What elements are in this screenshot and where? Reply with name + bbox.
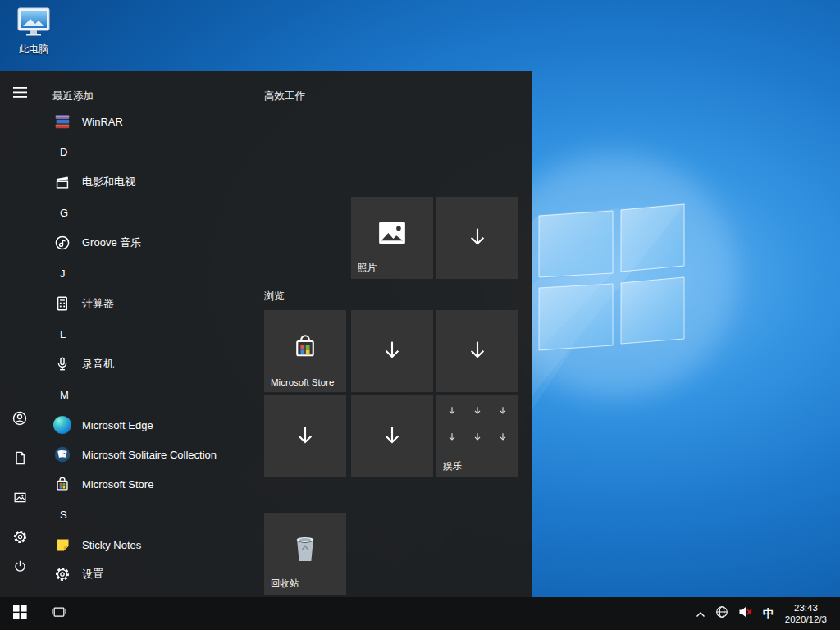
tile-downloading-4[interactable] bbox=[264, 395, 346, 477]
download-arrow-icon bbox=[463, 337, 491, 365]
calculator-icon bbox=[52, 294, 72, 313]
this-pc-icon bbox=[16, 7, 51, 41]
app-item-sticky-notes[interactable]: Sticky Notes bbox=[39, 530, 256, 559]
section-letter: L bbox=[60, 328, 66, 340]
photos-icon bbox=[378, 221, 406, 244]
power-icon bbox=[12, 559, 28, 578]
start-button[interactable] bbox=[0, 597, 39, 630]
section-letter: J bbox=[60, 267, 66, 280]
groove-music-icon bbox=[52, 233, 72, 253]
tile-downloading-5[interactable] bbox=[351, 395, 433, 477]
windows-logo-icon bbox=[13, 605, 27, 623]
ime-indicator[interactable]: 中 bbox=[758, 597, 778, 630]
app-item-calculator[interactable]: 计算器 bbox=[39, 289, 256, 318]
app-item-winrar[interactable]: WinRAR bbox=[39, 107, 256, 136]
download-arrow-icon bbox=[291, 422, 319, 450]
download-arrow-icon bbox=[378, 422, 406, 450]
network-status-button[interactable] bbox=[710, 597, 733, 630]
app-section-w[interactable]: W bbox=[39, 589, 256, 597]
documents-button[interactable] bbox=[0, 441, 39, 477]
desktop-icon-label: 此电脑 bbox=[19, 43, 48, 57]
app-item-label: Microsoft Solitaire Collection bbox=[82, 449, 217, 461]
tile-downloading-1[interactable] bbox=[436, 197, 518, 279]
tile-label: 回收站 bbox=[271, 578, 299, 590]
show-hidden-icons-button[interactable] bbox=[691, 597, 710, 630]
app-item-microsoft-edge[interactable]: Microsoft Edge bbox=[39, 410, 256, 440]
taskbar-clock[interactable]: 23:43 2020/12/3 bbox=[778, 597, 833, 630]
app-section-m[interactable]: M bbox=[39, 379, 256, 410]
download-arrow-icon bbox=[497, 431, 509, 443]
sticky-notes-icon bbox=[52, 535, 72, 555]
clock-time: 23:43 bbox=[794, 602, 818, 614]
tile-label: Microsoft Store bbox=[271, 377, 334, 387]
app-item-label: 录音机 bbox=[82, 357, 114, 372]
app-item-voice-recorder[interactable]: 录音机 bbox=[39, 349, 256, 379]
download-arrow-icon bbox=[463, 224, 491, 252]
app-section-d[interactable]: D bbox=[39, 136, 256, 167]
app-item-label: Sticky Notes bbox=[82, 539, 141, 551]
download-arrow-icon bbox=[497, 405, 509, 417]
recycle-bin-icon bbox=[292, 534, 318, 564]
app-item-microsoft-store[interactable]: Microsoft Store bbox=[39, 469, 256, 499]
download-arrow-icon bbox=[446, 405, 458, 417]
start-menu-rail bbox=[0, 71, 39, 597]
tile-photos[interactable]: 照片 bbox=[351, 197, 433, 279]
microphone-icon bbox=[52, 354, 72, 374]
system-tray: 中 23:43 2020/12/3 bbox=[691, 597, 840, 630]
taskbar: 中 23:43 2020/12/3 bbox=[0, 597, 840, 630]
app-item-label: Groove 音乐 bbox=[82, 235, 141, 250]
power-button[interactable] bbox=[0, 550, 39, 586]
speaker-muted-icon bbox=[738, 605, 753, 622]
app-item-label: WinRAR bbox=[82, 116, 123, 128]
app-item-label: Microsoft Edge bbox=[82, 419, 153, 431]
app-section-j[interactable]: J bbox=[39, 258, 256, 289]
clock-date: 2020/12/3 bbox=[785, 614, 827, 625]
hamburger-icon bbox=[13, 86, 27, 101]
app-item-label: 电影和电视 bbox=[82, 175, 135, 189]
desktop-icon-this-pc[interactable]: 此电脑 bbox=[10, 7, 57, 57]
settings-gear-icon bbox=[52, 564, 72, 584]
pictures-button[interactable] bbox=[0, 481, 39, 517]
edge-icon bbox=[52, 415, 72, 435]
start-app-list: 最近添加 WinRAR D bbox=[39, 71, 256, 597]
start-menu: 最近添加 WinRAR D bbox=[0, 71, 532, 597]
app-item-groove-music[interactable]: Groove 音乐 bbox=[39, 228, 256, 258]
gear-icon bbox=[12, 529, 28, 548]
store-bag-icon bbox=[290, 331, 320, 361]
app-item-movies-tv[interactable]: 电影和电视 bbox=[39, 167, 256, 197]
section-letter: G bbox=[60, 207, 68, 219]
app-section-g[interactable]: G bbox=[39, 197, 256, 228]
app-item-label: 计算器 bbox=[82, 296, 114, 311]
document-icon bbox=[12, 450, 28, 469]
user-account-button[interactable] bbox=[0, 402, 39, 438]
download-arrow-icon bbox=[378, 337, 406, 365]
app-item-solitaire[interactable]: Microsoft Solitaire Collection bbox=[39, 440, 256, 469]
download-arrow-icon bbox=[472, 431, 483, 443]
section-letter: S bbox=[60, 509, 67, 521]
section-letter: M bbox=[60, 389, 69, 401]
task-view-button[interactable] bbox=[39, 597, 79, 630]
tile-recycle-bin[interactable]: 回收站 bbox=[264, 513, 346, 595]
user-icon bbox=[11, 410, 28, 430]
tile-folder-entertainment[interactable]: 娱乐 bbox=[436, 395, 518, 477]
menu-expand-button[interactable] bbox=[0, 75, 39, 112]
tile-group-productivity[interactable]: 高效工作 bbox=[264, 89, 305, 103]
app-section-l[interactable]: L bbox=[39, 318, 256, 349]
tile-label: 照片 bbox=[358, 262, 377, 274]
tile-label: 娱乐 bbox=[443, 460, 462, 472]
app-section-s[interactable]: S bbox=[39, 499, 256, 530]
tile-downloading-2[interactable] bbox=[351, 310, 433, 392]
pictures-icon bbox=[12, 490, 28, 509]
volume-muted-button[interactable] bbox=[733, 597, 758, 630]
recently-added-header: 最近添加 bbox=[52, 89, 256, 103]
tile-group-explore[interactable]: 浏览 bbox=[264, 290, 285, 304]
winrar-icon bbox=[52, 112, 72, 131]
download-arrow-icon bbox=[446, 431, 458, 443]
start-tiles-pane: 高效工作 照片 浏览 bbox=[264, 71, 532, 597]
chevron-up-icon bbox=[696, 606, 705, 621]
section-letter: D bbox=[60, 146, 67, 158]
tile-downloading-3[interactable] bbox=[436, 310, 518, 392]
download-arrow-icon bbox=[472, 405, 483, 417]
app-item-settings[interactable]: 设置 bbox=[39, 559, 256, 589]
tile-microsoft-store[interactable]: Microsoft Store bbox=[264, 310, 346, 392]
